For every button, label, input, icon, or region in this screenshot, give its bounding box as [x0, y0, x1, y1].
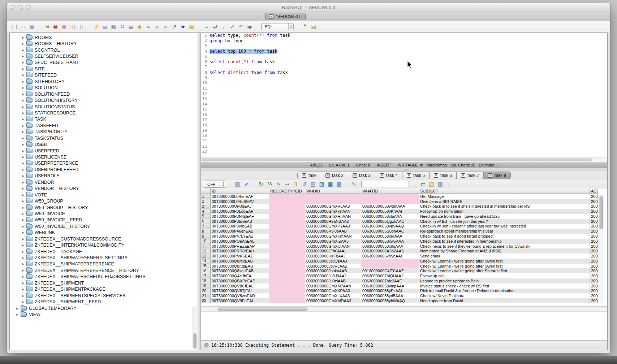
edit-pencil-icon[interactable]: ✎	[275, 181, 282, 187]
table-cell[interactable]: 200	[590, 209, 598, 214]
sidebar-item[interactable]: ▶ZKFEDEX__SHIPMENT	[10, 280, 198, 286]
table-cell[interactable]	[269, 268, 305, 273]
table-cell[interactable]: 200	[590, 234, 598, 239]
sidebar-item[interactable]: ▶SITEHISTORY	[10, 78, 198, 84]
results-table[interactable]: IDRECORDTYPEIDWHOIDWHATIDSUBJECTAC100T30…	[201, 188, 598, 303]
undo-icon[interactable]: ↶	[238, 23, 245, 30]
document-tab[interactable]: × *SFDCW50 II	[265, 13, 306, 20]
table-cell[interactable]: 00T3000000P3tuvEAB	[211, 219, 269, 224]
sidebar-item[interactable]: ▶VENDOR__HISTORY	[10, 186, 198, 192]
book-blue-icon[interactable]: ▤	[128, 23, 134, 30]
table-cell[interactable]: 006300000058ypVAAQ	[361, 224, 419, 229]
table-cell[interactable]: 00630000005xfWaAAI	[361, 254, 419, 259]
tree-disclosure-icon[interactable]: ▶	[15, 313, 20, 316]
table-cell[interactable]: 00T3000000P3LopEAF	[211, 209, 269, 214]
table-cell[interactable]: 200	[590, 283, 598, 289]
table-cell[interactable]: 200	[590, 224, 598, 229]
download-icon[interactable]: ↓	[445, 181, 452, 187]
table-cell[interactable]: 00T3000000Q8rugEAB	[211, 264, 269, 269]
table-cell[interactable]: 15	[201, 264, 211, 269]
table-cell[interactable]: 200	[590, 244, 598, 249]
table-cell[interactable]: 200	[590, 293, 598, 298]
sort-desc-icon[interactable]: ≡	[154, 23, 160, 30]
table-cell[interactable]: 14	[201, 259, 211, 264]
tree-scrollbar-thumb[interactable]	[193, 333, 197, 348]
export-page-icon[interactable]: ⇄	[419, 181, 426, 187]
result-tab[interactable]: ×task 3	[348, 172, 375, 179]
tab-close-icon[interactable]: ×	[353, 173, 357, 178]
table-cell[interactable]: 10	[201, 239, 211, 244]
table-edit-icon[interactable]: ▧	[318, 181, 325, 187]
table-cell[interactable]: Check-in w/ Ed - can he join this year?	[419, 219, 590, 224]
db-add-icon[interactable]: ◫	[69, 23, 76, 30]
table-cell[interactable]: Check back in to see if she's interested…	[419, 204, 590, 209]
tree-disclosure-icon[interactable]: ▶	[21, 281, 26, 285]
table-cell[interactable]: 0033000000GmXM7AAN	[305, 283, 361, 289]
tab-close-icon[interactable]: ×	[269, 14, 273, 19]
column-header[interactable]: AC	[590, 188, 598, 194]
result-tab[interactable]: ×task	[297, 172, 321, 179]
table-cell[interactable]: 3	[201, 204, 211, 209]
select-columns-icon[interactable]: ▤	[310, 181, 316, 187]
sidebar-item[interactable]: ▶SOLUTION	[10, 85, 198, 91]
table-cell[interactable]: 00T3000000OiyJgEAJ	[211, 204, 269, 209]
tree-disclosure-icon[interactable]: ▶	[15, 307, 20, 310]
tab-close-icon[interactable]: ×	[407, 173, 411, 178]
table-cell[interactable]: Check nexis to see if they've found a re…	[419, 244, 590, 249]
tree-disclosure-icon[interactable]: ▶	[21, 130, 26, 134]
tree-disclosure-icon[interactable]: ▶	[21, 99, 26, 102]
tree-disclosure-icon[interactable]: ▶	[21, 300, 26, 304]
sidebar-item[interactable]: ▶SOLUTIONHISTORY	[10, 97, 198, 103]
table-cell[interactable]: 00T3000000L0RqSEAV	[211, 199, 269, 204]
table-cell[interactable]: 00T3000000P3N4pEAF	[211, 214, 269, 219]
table-cell[interactable]	[269, 199, 305, 204]
table-cell[interactable]: 0033000000GmXHJAA3	[305, 204, 361, 209]
table-cell[interactable]: Nominated by Shane Freeman at ANZ (HR50)	[419, 248, 590, 254]
table-cell[interactable]: 00T3000000POeAnEAL	[211, 239, 269, 244]
table-row[interactable]: 900T3000000P47LYEAZ0033000000GmXKmAAN006…	[201, 234, 598, 239]
table-cell[interactable]: 16	[201, 268, 211, 273]
table-cell[interactable]: 00630000007A3bZAAS	[361, 248, 419, 254]
sidebar-item[interactable]: ▶USERFEED	[10, 148, 198, 154]
table-cell[interactable]: 200	[590, 229, 598, 234]
tree-disclosure-icon[interactable]: ▶	[21, 187, 26, 190]
table-cell[interactable]: 006300000058x9qAAA	[361, 244, 419, 249]
table-row[interactable]: 2100T3000000QV8wsEAD0033000000GmXLXAA300…	[201, 293, 598, 298]
table-cell[interactable]: 200	[590, 219, 598, 224]
table-cell[interactable]	[269, 264, 305, 269]
result-tab[interactable]: ×task 6	[430, 172, 457, 179]
sidebar-item[interactable]: ▶SITEFEED	[10, 72, 198, 78]
table-cell[interactable]	[361, 199, 419, 204]
tree-disclosure-icon[interactable]: ▶	[21, 269, 26, 272]
tree-disclosure-icon[interactable]: ▶	[21, 67, 26, 71]
db-sync-icon[interactable]: ↺	[301, 181, 308, 187]
table-row[interactable]: 1800T3000000QBXPeEAP0033000000Ju9zlAAB00…	[201, 278, 598, 283]
tree-disclosure-icon[interactable]: ▶	[21, 73, 26, 77]
tree-disclosure-icon[interactable]: ▶	[21, 212, 26, 216]
sidebar-item[interactable]: ▶TASK	[10, 116, 198, 122]
table-cell[interactable]: 200	[590, 214, 598, 219]
table-row[interactable]: 400T3000000P3LopEAF0033000000GmXKnAAN006…	[201, 209, 598, 214]
table-cell[interactable]: 006300000058xw5AAA	[361, 239, 419, 244]
sidebar-item[interactable]: ▶SOLUTIONSTATUS	[10, 104, 198, 110]
table-cell[interactable]: 00T3000000QV8CfEAL	[211, 283, 269, 289]
table-row[interactable]: 1300T3000000PfvKSEAZ0033000000HirF8AAJ00…	[201, 254, 598, 259]
table-row[interactable]: 700T3000000P3yrbEAB0033000000GmXPYAA3006…	[201, 224, 598, 229]
table-row[interactable]: 2200T3000000QV9FaEAL0033000000GmXMDAA300…	[201, 298, 598, 303]
table-cell[interactable]: 006300000058xrqAAA	[361, 234, 419, 239]
tree-disclosure-icon[interactable]: ▶	[21, 61, 26, 64]
table-cell[interactable]: 19	[201, 283, 211, 289]
table-cell[interactable]: 11	[201, 244, 211, 249]
table-cell[interactable]: 00T3000000QV8TjEAL	[211, 289, 269, 294]
table-cell[interactable]: 20	[201, 289, 211, 294]
table-row[interactable]: 1900T3000000QV8CfEAL0033000000GmXM7AAN00…	[201, 283, 598, 289]
table-cell[interactable]	[269, 244, 305, 249]
table-row[interactable]: 1600T3000000Q8sauEAB0033000000JbukoAAB00…	[201, 268, 598, 273]
page-edit-icon[interactable]: ▧	[110, 23, 117, 30]
sidebar-item[interactable]: ▶ROOMS	[10, 34, 198, 40]
tree-disclosure-icon[interactable]: ▶	[21, 225, 26, 228]
table-cell[interactable]	[269, 214, 305, 219]
table-cell[interactable]	[269, 219, 305, 224]
tree-scrollbar[interactable]	[193, 306, 197, 349]
tree-disclosure-icon[interactable]: ▶	[21, 168, 26, 172]
